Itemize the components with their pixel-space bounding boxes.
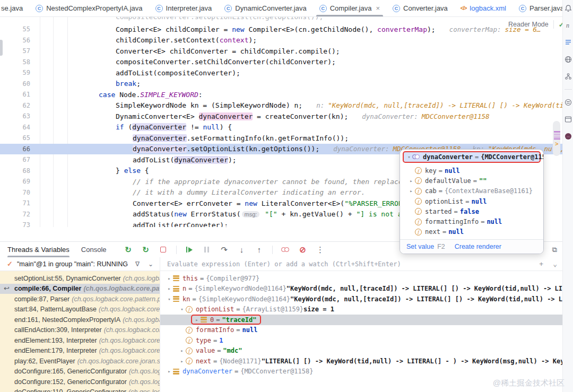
tab-NestedComplexPropertyIA.java[interactable]: CNestedComplexPropertyIA.java [29,0,149,16]
editor-line[interactable]: 58compositeConverter.setChildConverter(c… [0,57,562,68]
line-number[interactable]: 69 [0,178,33,185]
more-icon[interactable]: ⋮ [316,245,325,255]
popup-field-next[interactable]: fnext=null [400,227,543,237]
chevron-down-icon[interactable]: ▾ [406,154,412,160]
stack-frame[interactable]: ↩compile:66, Compiler(ch.qos.logback.cor… [0,284,160,294]
set-value-action[interactable]: Set value [406,243,434,250]
line-number[interactable]: 70 [0,189,33,196]
editor-line[interactable]: 60break; [0,79,562,90]
tab-Compiler.java[interactable]: CCompiler.java× [313,0,386,16]
stack-frame[interactable]: compile:87, Parser(ch.qos.logback.core.p… [0,294,160,304]
evaluate-chevron-icon[interactable]: ⌄ [553,260,557,268]
editor-line[interactable]: 64if (dynaConverter != null) { [0,122,562,133]
stack-frame[interactable]: start:84, PatternLayoutBase(ch.qos.logba… [0,304,160,315]
rerun-icon[interactable]: ↻ [124,245,133,255]
line-number[interactable]: 63 [0,112,33,120]
line-number[interactable]: 59 [0,69,33,76]
tab-se.java[interactable]: se.java [0,0,29,16]
variable-row[interactable]: ▸fnext={Node@1171} "LITERAL(] [) -> KeyW… [160,356,562,367]
line-number[interactable]: 68 [0,167,33,175]
line-number[interactable]: 71 [0,199,33,207]
thread-selector[interactable]: ✓ "main"@1 in group "main": RUNNING ∇ ⌄ [0,257,160,271]
tree-chevron-icon[interactable]: ▸ [178,348,186,353]
popup-field-key[interactable]: fkey=null [400,165,543,176]
letter-n-icon[interactable]: n [564,21,572,30]
variable-row[interactable]: ▸dynaConverter={MDCConverter@1158} [160,367,562,377]
line-number[interactable]: 67 [0,156,33,163]
line-number[interactable]: 57 [0,47,33,55]
stop-icon[interactable] [159,245,168,255]
variable-row[interactable]: ▾kn={SimpleKeywordNode@1164} "KeyWord(md… [160,294,562,304]
stack-frame[interactable]: setOptionList:55, DynamicConverter(ch.qo… [0,273,160,284]
thread-chevron-icon[interactable]: ⌄ [148,260,153,268]
build-icon[interactable] [564,98,572,107]
reader-mode-widget[interactable]: Reader Mode ✓ [508,20,565,29]
tree-chevron-icon[interactable]: ▸ [193,317,201,323]
variable-row[interactable]: ▾foptionList={ArrayList@1159} size = 1 [160,304,562,315]
tree-chevron-icon[interactable]: ▸ [166,276,173,281]
avatar-icon[interactable] [564,132,572,141]
popup-root-node[interactable]: ▾ dynaConverter = {MDCConverter@1158} [403,151,541,163]
line-number[interactable]: 60 [0,80,33,88]
variable-row[interactable]: ▸0="traceId" [160,315,562,325]
view-breakpoints-icon[interactable] [281,245,290,255]
globe-icon[interactable] [564,55,572,64]
tree-chevron-icon[interactable]: ▸ [166,286,173,291]
line-number[interactable]: 73 [0,221,33,227]
line-number[interactable]: 58 [0,58,33,66]
popup-field-cab[interactable]: ▸fcab={ContextAwareBase@1161} [400,186,543,196]
tab-DynamicConverter.java[interactable]: CDynamicConverter.java [218,0,312,16]
rerun-plus-icon[interactable]: ↻ [141,245,151,255]
line-number[interactable]: 66 [0,145,33,153]
line-number[interactable]: 64 [0,124,33,131]
line-number[interactable]: 56 [0,37,33,44]
editor-line[interactable]: 56childCompiler.setContext(context); [0,35,562,46]
popup-field-started[interactable]: fstarted=false [400,206,543,216]
editor-line[interactable]: 62SimpleKeywordNode kn = (SimpleKeywordN… [0,100,562,111]
tab-console[interactable]: Console [81,242,107,257]
editor-line[interactable]: 65dynaConverter.setFormattingInfo(kn.get… [0,133,562,144]
step-over-icon[interactable]: ↷ [220,245,229,255]
step-into-icon[interactable]: ↓ [237,245,247,255]
editor-line[interactable]: 63DynamicConverter<E> dynaConverter = cr… [0,111,562,122]
list-icon[interactable] [564,38,572,47]
tree-chevron-icon[interactable]: ▸ [166,369,173,374]
editor-line[interactable]: 59addToList(compositeConverter); [0,67,562,79]
line-number[interactable]: 72 [0,211,33,218]
editor-line[interactable]: 57Converter<E> childConverter = childCom… [0,46,562,57]
tree-chevron-icon[interactable]: ▾ [178,307,186,312]
pause-icon[interactable] [202,245,212,255]
editor-line[interactable]: 61case Node.SIMPLE_KEYWORD: [0,89,562,100]
chevron-right-icon[interactable]: ▸ [407,188,415,194]
stack-frame[interactable]: doConfigure:165, GenericConfigurator(ch.… [0,367,160,377]
window-icon[interactable] [564,115,572,124]
stack-frame[interactable]: doConfigure:152, GenericConfigurator(ch.… [0,377,160,387]
filter-icon[interactable]: ∇ [135,260,140,268]
reader-mode-label[interactable]: Reader Mode [508,21,549,28]
chevron-right-icon[interactable]: ▸ [407,178,415,184]
stack-frame[interactable]: play:62, EventPlayer(ch.qos.logback.core… [0,356,160,367]
line-number[interactable]: 62 [0,102,33,109]
tab-threads-variables[interactable]: Threads & Variables [7,242,70,257]
structure-icon[interactable] [564,72,572,81]
stack-frame[interactable]: endElement:179, Interpreter(ch.qos.logba… [0,346,160,356]
layout-settings-icon[interactable]: ⧉ [552,246,562,254]
bell-icon[interactable] [564,4,572,13]
add-watch-icon[interactable]: + [539,260,543,268]
variable-row[interactable]: ▸fvalue="mdc" [160,346,562,356]
tab-Interpreter.java[interactable]: CInterpreter.java [149,0,219,16]
tab-Converter.java[interactable]: CConverter.java [386,0,454,16]
popup-field-defaultValue[interactable]: ▸fdefaultValue="" [400,176,543,186]
tool-window-handle[interactable] [0,40,3,56]
create-renderer-action[interactable]: Create renderer [455,243,501,250]
mute-breakpoints-icon[interactable]: ⊘ [298,245,308,255]
step-out-icon[interactable]: ↑ [255,245,264,255]
popup-field-formattingInfo[interactable]: fformattingInfo=null [400,216,543,227]
tab-logback.xml[interactable]: </>logback.xml [454,0,513,16]
popup-field-optionList[interactable]: foptionList=null [400,196,543,206]
tab-Parser.java[interactable]: CParser.java [513,0,570,16]
evaluate-expression-input[interactable]: Evaluate expression (Enter) or add a wat… [160,257,562,271]
tree-chevron-icon[interactable]: ▸ [178,359,186,364]
variable-row[interactable]: ▸this={Compiler@977} [160,273,562,284]
stack-frame[interactable]: doConfigure:110, GenericConfigurator(ch.… [0,387,160,392]
